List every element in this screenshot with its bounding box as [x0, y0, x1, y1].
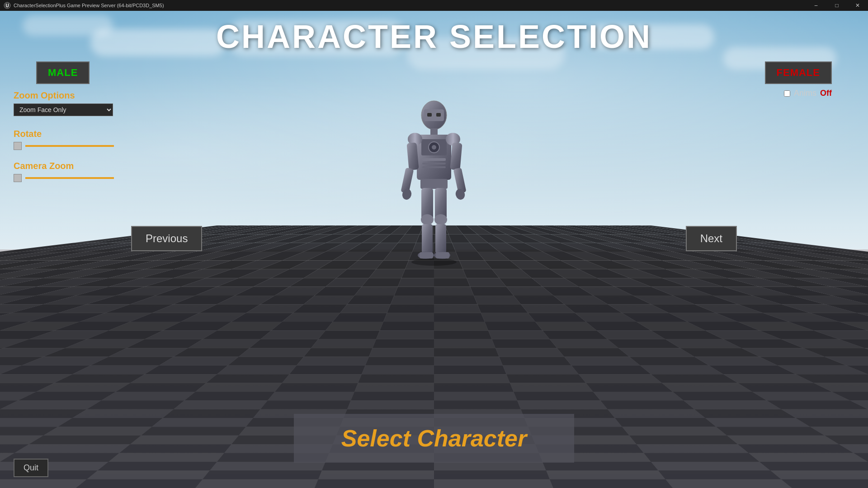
male-button[interactable]: MALE [36, 61, 90, 84]
next-button[interactable]: Next [686, 226, 737, 251]
unreal-engine-logo-icon: U [4, 2, 11, 9]
svg-rect-17 [450, 142, 462, 170]
rotate-label: Rotate [14, 129, 136, 139]
svg-rect-11 [422, 158, 446, 161]
rotate-slider-track[interactable] [25, 145, 114, 147]
anims-label: Anims [794, 89, 816, 98]
svg-rect-4 [427, 113, 432, 117]
svg-rect-3 [424, 109, 444, 121]
titlebar-left: U CharacterSelectionPlus Game Preview Se… [0, 2, 164, 9]
svg-point-33 [411, 258, 457, 266]
left-panel: Zoom Options Zoom Face Only Zoom Full Bo… [14, 90, 136, 182]
svg-point-26 [434, 214, 447, 225]
anims-control: Anims Off [784, 89, 832, 98]
svg-rect-6 [430, 128, 438, 135]
titlebar-controls: – □ ✕ [806, 0, 868, 11]
previous-button[interactable]: Previous [131, 226, 202, 251]
anims-value: Off [820, 89, 832, 98]
svg-rect-5 [436, 113, 441, 117]
close-button[interactable]: ✕ [847, 0, 868, 11]
svg-rect-30 [420, 252, 433, 258]
zoom-options-label: Zoom Options [14, 90, 136, 101]
zoom-select[interactable]: Zoom Face Only Zoom Full Body No Zoom [14, 103, 113, 116]
svg-rect-27 [422, 224, 433, 253]
rotate-slider-container [14, 142, 136, 150]
camera-zoom-slider-track[interactable] [25, 177, 114, 179]
page-title: CHARACTER SELECTION [0, 18, 868, 55]
maximize-button[interactable]: □ [826, 0, 847, 11]
svg-rect-22 [420, 179, 448, 189]
svg-rect-13 [422, 166, 446, 168]
select-character-button[interactable]: Select Character [294, 414, 574, 463]
minimize-button[interactable]: – [806, 0, 826, 11]
camera-zoom-slider-thumb[interactable] [14, 174, 22, 182]
titlebar-title: CharacterSelectionPlus Game Preview Serv… [14, 3, 164, 8]
female-button[interactable]: FEMALE [765, 61, 832, 84]
camera-zoom-label: Camera Zoom [14, 161, 136, 171]
anims-checkbox[interactable] [784, 90, 790, 97]
rotate-slider-thumb[interactable] [14, 142, 22, 150]
svg-point-10 [432, 145, 436, 150]
svg-rect-12 [422, 163, 446, 164]
quit-button[interactable]: Quit [14, 459, 48, 477]
svg-rect-28 [435, 224, 446, 253]
camera-zoom-slider-container [14, 174, 136, 182]
svg-point-25 [421, 214, 434, 225]
character-display [384, 90, 484, 271]
svg-text:U: U [5, 3, 9, 8]
titlebar: U CharacterSelectionPlus Game Preview Se… [0, 0, 868, 11]
svg-rect-32 [436, 252, 449, 258]
robot-character [384, 90, 484, 271]
